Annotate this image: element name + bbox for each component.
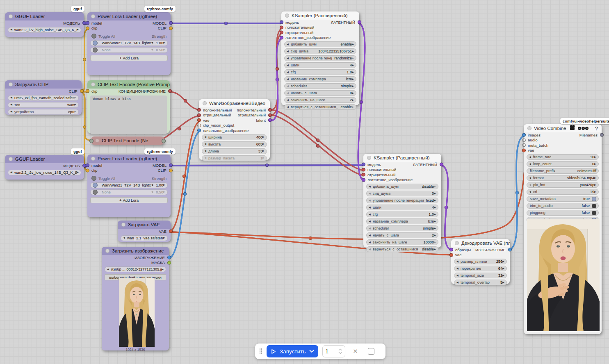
model-input-port[interactable] xyxy=(86,164,89,167)
positive-input-port[interactable] xyxy=(362,168,365,171)
collapse-dot-icon[interactable] xyxy=(9,82,13,86)
vae-input-port[interactable] xyxy=(197,118,201,122)
pix-fmt-widget[interactable]: ◀pix_fmtyuv420p▶ xyxy=(527,182,599,188)
collapse-dot-icon[interactable] xyxy=(203,101,207,105)
decrement-icon[interactable]: ◀ xyxy=(287,78,289,80)
decrement-icon[interactable]: ◀ xyxy=(287,92,289,94)
strength-decrement-icon[interactable]: ◀ xyxy=(151,41,153,44)
lora-row[interactable]: Wan/Wan21_T2V_14B_lightx2v_cfg...◀1.00▶ xyxy=(90,40,168,46)
image-output-port[interactable] xyxy=(508,248,512,252)
vae-input-port[interactable] xyxy=(449,253,453,257)
increment-icon[interactable]: ▶ xyxy=(262,143,265,145)
decrement-icon[interactable]: ◀ xyxy=(529,163,531,165)
cfg-widget[interactable]: ◀cfg1.0▶ xyxy=(366,212,438,217)
crf-widget[interactable]: ◀crf19▶ xyxy=(527,189,599,195)
decrement-icon[interactable]: ◀ xyxy=(369,248,371,250)
strength-decrement-icon[interactable]: ◀ xyxy=(151,184,153,186)
clip-output-port[interactable] xyxy=(169,26,173,30)
negative-input-port[interactable] xyxy=(197,113,201,117)
collapse-dot-icon[interactable] xyxy=(285,14,289,18)
lora-enabled-toggle[interactable] xyxy=(93,41,98,46)
increment-icon[interactable]: ▶ xyxy=(502,281,504,284)
decrement-icon[interactable]: ◀ xyxy=(456,267,458,270)
decrement-icon[interactable]: ◀ xyxy=(204,157,206,159)
clip-input-port[interactable] xyxy=(86,26,89,30)
strength-decrement-icon[interactable]: ◀ xyxy=(151,191,153,193)
increment-icon[interactable]: ▶ xyxy=(502,260,504,263)
increment-icon[interactable]: ▶ xyxy=(352,78,354,80)
trim-to-audio-toggle[interactable]: trim_to_audiofalse xyxy=(527,203,599,209)
decrement-icon[interactable]: ◀ xyxy=(287,85,289,87)
sampler-name-widget[interactable]: ◀название_сэмплераlcm▶ xyxy=(284,76,356,82)
start-image-input-port[interactable] xyxy=(197,129,201,132)
latent-output-port[interactable] xyxy=(268,118,272,122)
latent-image-input-port[interactable] xyxy=(362,178,365,182)
increment-icon[interactable]: ▶ xyxy=(352,43,354,46)
node-title-bar[interactable]: Загрузить CLIP xyxy=(5,80,82,89)
increment-icon[interactable]: ▶ xyxy=(434,213,436,216)
node-load-vae[interactable]: Загрузить VAE VAE ◀wan_2.1_vae.safeten .… xyxy=(118,221,171,242)
decrement-icon[interactable]: ◀ xyxy=(369,227,371,230)
increment-icon[interactable]: ▶ xyxy=(434,199,436,202)
collapse-dot-icon[interactable] xyxy=(105,249,109,253)
prompt-textarea[interactable]: Woman blows a kiss xyxy=(90,96,167,134)
loop-count-widget[interactable]: ◀loop_count0▶ xyxy=(527,161,599,167)
filename-prefix-widget[interactable]: filename_prefixAnimateDiff xyxy=(527,168,599,174)
run-button[interactable]: Запустить xyxy=(267,345,318,357)
clip-input-port[interactable] xyxy=(86,89,89,93)
increment-icon[interactable]: ▶ xyxy=(262,157,265,159)
add-lora-button[interactable]: +Add Lora xyxy=(90,197,168,203)
prev-icon[interactable]: ◀ xyxy=(107,268,109,271)
increment-icon[interactable]: ▶ xyxy=(352,85,354,87)
node-clip-text-encode-positive[interactable]: CLIP Text Encode (Positive Prompt) clipК… xyxy=(87,80,170,133)
frame-rate-widget[interactable]: ◀frame_rate16▶ xyxy=(527,154,599,160)
drag-handle-icon[interactable] xyxy=(259,348,262,355)
node-power-lora-loader-1[interactable]: Power Lora Loader (rgthree) modelMODEL c… xyxy=(87,12,171,75)
decrement-icon[interactable]: ◀ xyxy=(369,220,371,223)
control-after-generate-widget[interactable]: ◀управление после генерац...randomize▶ xyxy=(284,55,356,61)
lora-row-empty[interactable]: None◀0.50▶ xyxy=(90,189,168,195)
node-ksampler-advanced-2[interactable]: KSampler (Расширенный) модельЛАТЕНТНЫЙ п… xyxy=(363,154,441,248)
end-at-step-widget[interactable]: ◀закончить_на_шаге2▶ xyxy=(284,97,356,103)
decrement-icon[interactable]: ◀ xyxy=(369,185,371,188)
node-power-lora-loader-2[interactable]: Power Lora Loader (rgthree) modelMODEL c… xyxy=(87,155,171,217)
toggle-off-icon[interactable] xyxy=(592,204,596,208)
filenames-output-port[interactable] xyxy=(600,133,604,137)
decrement-icon[interactable]: ◀ xyxy=(204,150,206,152)
device-widget[interactable]: ◀устройствоcpu▶ xyxy=(8,109,79,115)
collapse-dot-icon[interactable] xyxy=(91,157,95,161)
conditioning-output-port[interactable] xyxy=(168,89,172,93)
batch-count-input[interactable]: 1 xyxy=(322,345,345,357)
start-at-step-widget[interactable]: ◀начать_с_шага2▶ xyxy=(366,232,438,238)
negative-output-port[interactable] xyxy=(268,113,272,117)
meta-batch-input-port[interactable] xyxy=(522,143,526,147)
next-icon[interactable]: ▶ xyxy=(77,171,79,173)
decrement-icon[interactable]: ◀ xyxy=(529,156,531,158)
decrement-icon[interactable]: ◀ xyxy=(204,143,206,145)
strength-increment-icon[interactable]: ▶ xyxy=(163,191,165,193)
increment-icon[interactable]: ▶ xyxy=(434,227,436,230)
increment-icon[interactable]: ▶ xyxy=(594,177,596,179)
decrement-icon[interactable]: ◀ xyxy=(287,71,289,73)
overlap-widget[interactable]: ◀перекрытие64▶ xyxy=(454,266,507,271)
decrement-icon[interactable]: ◀ xyxy=(369,206,371,209)
increment-icon[interactable]: ▶ xyxy=(434,234,436,237)
latent-image-input-port[interactable] xyxy=(280,36,283,39)
collapsed-output-port[interactable] xyxy=(162,139,166,143)
node-title-bar[interactable]: Power Lora Loader (rgthree) xyxy=(87,155,171,163)
toggle-all-switch[interactable] xyxy=(91,176,96,181)
node-gguf-loader-low[interactable]: GGUF Loader МОДЕЛЬ ◀wan2.2_i2v_low_noise… xyxy=(5,155,84,180)
increment-icon[interactable]: ▶ xyxy=(352,57,354,59)
chevron-down-icon[interactable] xyxy=(309,350,314,353)
prev-icon[interactable]: ◀ xyxy=(10,171,12,173)
strength-increment-icon[interactable]: ▶ xyxy=(163,48,165,51)
increment-icon[interactable]: ▶ xyxy=(434,241,436,243)
save-metadata-toggle[interactable]: save_metadatatrue xyxy=(527,196,599,202)
toggle-all-switch[interactable] xyxy=(91,34,96,39)
collapse-dot-icon[interactable] xyxy=(121,223,125,227)
latent-output-port[interactable] xyxy=(440,163,443,166)
image-file-widget[interactable]: ◀изобр ... 00012-3277121305.jpeg▶ xyxy=(105,266,166,272)
cfg-widget[interactable]: ◀cfg1.0▶ xyxy=(284,69,356,75)
increment-icon[interactable]: ▶ xyxy=(262,150,265,152)
node-title-bar[interactable]: Video Combine vhs ? xyxy=(524,124,602,132)
